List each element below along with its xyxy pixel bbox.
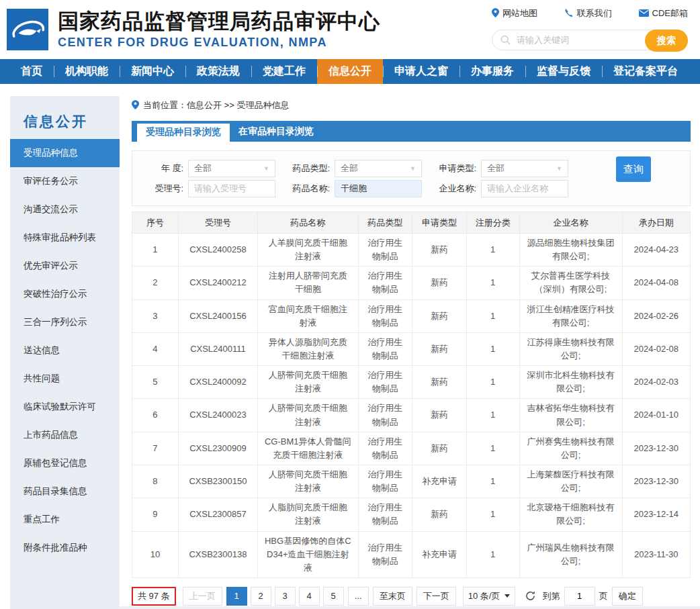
- mail-icon: [639, 9, 649, 19]
- sidebar-item-12[interactable]: 原辅包登记信息: [10, 449, 120, 477]
- contact-label: 联系我们: [577, 7, 612, 19]
- table-cell: 源品细胞生物科技集团有限公司;: [519, 234, 622, 267]
- table-cell: 2023-12-30: [622, 432, 690, 465]
- query-button[interactable]: 查询: [616, 156, 651, 182]
- table-row: 6CXSL2400023人脐带间充质干细胞注射液治疗用生物制品新药1吉林省拓华生…: [132, 399, 691, 432]
- page-button-3[interactable]: 3: [275, 587, 296, 606]
- refresh-icon[interactable]: [525, 590, 536, 602]
- drug-name-input[interactable]: [335, 180, 422, 197]
- main-nav: 首页机构职能新闻中心政策法规党建工作信息公开申请人之窗办事服务监督与反馈登记备案…: [0, 59, 700, 84]
- drug-type-value: 全部: [341, 162, 358, 175]
- chevron-down-icon: ▼: [410, 165, 416, 172]
- company-input[interactable]: [481, 180, 568, 197]
- table-cell: 治疗用生物制品: [358, 234, 412, 267]
- table-cell: 补充申请: [412, 531, 467, 577]
- nav-item-1[interactable]: 首页: [9, 59, 54, 84]
- apply-type-label: 申请类型:: [427, 162, 476, 175]
- nav-item-5[interactable]: 党建工作: [251, 59, 317, 84]
- table-header-cell: 注册分类: [466, 212, 519, 234]
- table-row: 1CXSL2400258人羊膜间充质干细胞注射液治疗用生物制品新药1源品细胞生物…: [132, 234, 691, 267]
- page-size-select[interactable]: 10 条/页: [463, 587, 515, 606]
- table-cell: 新药: [412, 299, 467, 332]
- sidebar-item-3[interactable]: 沟通交流公示: [10, 195, 120, 224]
- table-cell: HBG基因修饰的自体CD34+造血干细胞注射液: [257, 531, 358, 577]
- table-cell: 上海莱馥医疗科技有限公司;: [519, 465, 622, 498]
- table-cell: 8: [132, 465, 179, 498]
- table-cell: 新药: [412, 332, 467, 365]
- nav-item-9[interactable]: 监督与反馈: [525, 59, 602, 84]
- sidebar-item-1[interactable]: 受理品种信息: [10, 139, 120, 167]
- nav-item-7[interactable]: 申请人之窗: [383, 59, 460, 84]
- last-page-button[interactable]: 至末页: [373, 587, 412, 606]
- page-button-2[interactable]: 2: [251, 587, 271, 606]
- pagination: 共 97 条 上一页 12345 ... 至末页 下一页 10 条/页 到第 页…: [132, 587, 691, 606]
- nav-item-8[interactable]: 办事服务: [460, 59, 525, 84]
- sidebar-item-11[interactable]: 上市药品信息: [10, 421, 120, 449]
- nav-item-4[interactable]: 政策法规: [185, 59, 251, 84]
- sidebar-item-7[interactable]: 三合一序列公示: [10, 308, 120, 336]
- chevron-down-icon: ▼: [556, 165, 562, 172]
- mailbox-link[interactable]: CDE邮箱: [639, 7, 688, 19]
- page-button-5[interactable]: 5: [323, 587, 344, 606]
- table-cell: 异体人源脂肪间充质干细胞注射液: [257, 332, 358, 365]
- table-header-cell: 药品类型: [358, 212, 412, 234]
- page-button-4[interactable]: 4: [299, 587, 320, 606]
- drug-type-select[interactable]: 全部 ▼: [335, 160, 422, 177]
- tab-1[interactable]: 受理品种目录浏览: [137, 124, 230, 142]
- site-title: 国家药品监督管理局药品审评中心: [58, 9, 380, 34]
- year-value: 全部: [194, 162, 212, 175]
- sidebar-item-2[interactable]: 审评任务公示: [10, 167, 120, 195]
- sidebar-item-5[interactable]: 优先审评公示: [10, 252, 120, 280]
- table-cell: 2024-02-03: [622, 366, 690, 399]
- sidebar-item-10[interactable]: 临床试验默示许可: [10, 393, 120, 421]
- search-input[interactable]: [515, 34, 643, 46]
- table-cell: CG-BM1异体人骨髓间充质干细胞注射液: [257, 432, 358, 465]
- nav-item-10[interactable]: 登记备案平台: [602, 59, 689, 84]
- sidebar-item-15[interactable]: 附条件批准品种: [10, 534, 120, 562]
- total-count-highlight: 共 97 条: [132, 587, 176, 606]
- ellipsis-button[interactable]: ...: [348, 587, 369, 606]
- table-cell: 1: [132, 234, 179, 267]
- nav-item-3[interactable]: 新闻中心: [120, 59, 185, 84]
- contact-link[interactable]: 联系我们: [564, 7, 612, 19]
- search-button[interactable]: 搜索: [645, 30, 688, 52]
- table-cell: 新药: [412, 399, 467, 432]
- sidebar-item-6[interactable]: 突破性治疗公示: [10, 280, 120, 308]
- site-search: 搜索: [492, 30, 688, 50]
- table-row: 10CXSB2300138HBG基因修饰的自体CD34+造血干细胞注射液治疗用生…: [132, 531, 691, 577]
- table-cell: 广州瑞风生物科技有限公司;: [519, 531, 622, 577]
- sidebar-item-4[interactable]: 特殊审批品种列表: [10, 224, 120, 252]
- table-cell: 1: [466, 531, 519, 577]
- table-header-cell: 申请类型: [412, 212, 467, 234]
- table-cell: 2024-04-23: [622, 234, 690, 267]
- sidebar-item-13[interactable]: 药品目录集信息: [10, 477, 120, 506]
- table-cell: 7: [132, 432, 179, 465]
- table-cell: 深圳市北科生物科技有限公司;: [519, 366, 622, 399]
- breadcrumb-label: 当前位置：信息公开 >> 受理品种信息: [143, 99, 289, 111]
- sidebar-item-8[interactable]: 送达信息: [10, 336, 120, 365]
- sidebar-item-9[interactable]: 共性问题: [10, 365, 120, 393]
- year-select[interactable]: 全部 ▼: [188, 160, 275, 177]
- page-button-1[interactable]: 1: [226, 587, 247, 606]
- goto-page-input[interactable]: [564, 587, 595, 606]
- confirm-button[interactable]: 确定: [612, 587, 643, 606]
- nav-item-2[interactable]: 机构职能: [54, 59, 120, 84]
- next-page-button[interactable]: 下一页: [417, 587, 456, 606]
- drug-type-label: 药品类型:: [280, 162, 330, 175]
- prev-page-button[interactable]: 上一页: [183, 587, 222, 606]
- table-cell: 补充申请: [412, 465, 467, 498]
- apply-type-select[interactable]: 全部 ▼: [481, 160, 568, 177]
- table-cell: 人脐带间充质干细胞注射液: [257, 465, 358, 498]
- results-table: 序号受理号药品名称药品类型申请类型注册分类企业名称承办日期 1CXSL24002…: [132, 212, 691, 578]
- acceptance-no-label: 受理号:: [134, 183, 183, 195]
- sidebar-item-14[interactable]: 重点工作: [10, 506, 120, 534]
- sitemap-link[interactable]: 网站地图: [492, 7, 537, 19]
- table-cell: CXSB2300150: [178, 465, 257, 498]
- nav-item-6[interactable]: 信息公开: [317, 59, 383, 84]
- table-cell: 注射用人脐带间充质干细胞: [257, 267, 358, 299]
- acceptance-no-input[interactable]: [188, 180, 275, 197]
- tab-2[interactable]: 在审品种目录浏览: [230, 121, 322, 142]
- goto-label: 到第: [543, 590, 560, 602]
- table-cell: 2: [132, 267, 179, 299]
- table-cell: CXSB2300138: [178, 531, 257, 577]
